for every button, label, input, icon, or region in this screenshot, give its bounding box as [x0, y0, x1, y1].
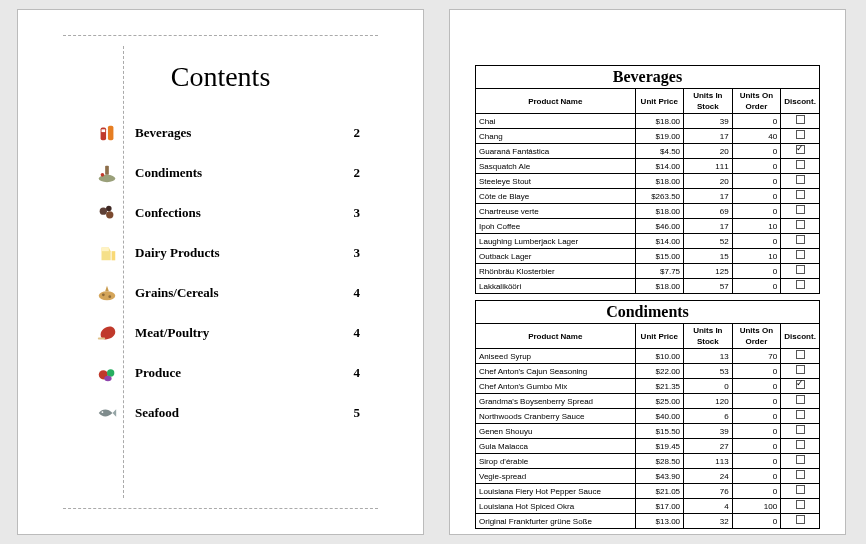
cell-name: Sirop d'érable	[476, 454, 636, 469]
svg-point-5	[101, 173, 105, 177]
dairy-icon	[93, 241, 121, 265]
table-row: Steeleye Stout$18.00200	[476, 174, 820, 189]
svg-rect-1	[108, 126, 114, 141]
toc-label: Dairy Products	[135, 245, 220, 261]
cell-order: 100	[732, 499, 781, 514]
checkbox-icon	[796, 440, 805, 449]
svg-point-10	[99, 291, 116, 300]
svg-rect-4	[105, 166, 109, 175]
cell-order: 0	[732, 279, 781, 294]
svg-rect-9	[112, 251, 116, 260]
toc-item-condiments[interactable]: Condiments2	[93, 153, 360, 193]
cell-order: 0	[732, 514, 781, 529]
toc-page: 5	[340, 405, 360, 421]
table-row: Chef Anton's Gumbo Mix$21.3500	[476, 379, 820, 394]
contents-list: Beverages2Condiments2Confections3Dairy P…	[93, 113, 360, 433]
cell-price: $10.00	[635, 349, 684, 364]
col-stock: Units In Stock	[684, 324, 733, 349]
seafood-icon	[93, 401, 121, 425]
cell-price: $19.00	[635, 129, 684, 144]
beverages-icon	[93, 121, 121, 145]
svg-point-15	[107, 369, 114, 376]
toc-page: 2	[340, 125, 360, 141]
cell-stock: 6	[684, 409, 733, 424]
cell-disc	[781, 394, 820, 409]
cell-disc	[781, 129, 820, 144]
table-row: Chartreuse verte$18.00690	[476, 204, 820, 219]
toc-item-dairy[interactable]: Dairy Products3	[93, 233, 360, 273]
checkbox-icon	[796, 485, 805, 494]
cell-price: $28.50	[635, 454, 684, 469]
cell-price: $40.00	[635, 409, 684, 424]
cell-order: 0	[732, 409, 781, 424]
cell-name: Laughing Lumberjack Lager	[476, 234, 636, 249]
cell-price: $18.00	[635, 174, 684, 189]
cell-order: 40	[732, 129, 781, 144]
cell-price: $21.35	[635, 379, 684, 394]
cell-stock: 13	[684, 349, 733, 364]
cell-stock: 0	[684, 379, 733, 394]
checkbox-icon	[796, 205, 805, 214]
cell-order: 0	[732, 484, 781, 499]
cell-name: Aniseed Syrup	[476, 349, 636, 364]
svg-point-7	[106, 211, 113, 218]
cell-order: 0	[732, 159, 781, 174]
cell-stock: 69	[684, 204, 733, 219]
cell-name: Louisiana Hot Spiced Okra	[476, 499, 636, 514]
cell-price: $4.50	[635, 144, 684, 159]
checkbox-icon	[796, 280, 805, 289]
cell-disc	[781, 174, 820, 189]
toc-item-beverages[interactable]: Beverages2	[93, 113, 360, 153]
table-row: Northwoods Cranberry Sauce$40.0060	[476, 409, 820, 424]
toc-item-produce[interactable]: Produce4	[93, 353, 360, 393]
table-row: Vegie-spread$43.90240	[476, 469, 820, 484]
cell-stock: 20	[684, 144, 733, 159]
cell-price: $18.00	[635, 204, 684, 219]
cell-price: $13.00	[635, 514, 684, 529]
cell-price: $46.00	[635, 219, 684, 234]
cell-disc	[781, 189, 820, 204]
cell-order: 70	[732, 349, 781, 364]
toc-label: Grains/Cereals	[135, 285, 219, 301]
cell-order: 0	[732, 439, 781, 454]
cell-stock: 32	[684, 514, 733, 529]
table-row: Côte de Blaye$263.50170	[476, 189, 820, 204]
checkbox-icon	[796, 220, 805, 229]
svg-rect-2	[102, 129, 106, 132]
condiments-icon	[93, 161, 121, 185]
product-listing: BeveragesProduct NameUnit PriceUnits In …	[475, 65, 820, 529]
cell-disc	[781, 159, 820, 174]
cell-stock: 17	[684, 189, 733, 204]
toc-page: 3	[340, 245, 360, 261]
cell-stock: 39	[684, 424, 733, 439]
col-price: Unit Price	[635, 89, 684, 114]
cell-price: $15.50	[635, 424, 684, 439]
table-row: Louisiana Fiery Hot Pepper Sauce$21.0576…	[476, 484, 820, 499]
cell-order: 0	[732, 234, 781, 249]
cell-order: 10	[732, 249, 781, 264]
checkbox-icon	[796, 175, 805, 184]
cell-name: Chef Anton's Cajun Seasoning	[476, 364, 636, 379]
toc-item-meat[interactable]: Meat/Poultry4	[93, 313, 360, 353]
checkbox-icon	[796, 365, 805, 374]
grains-icon	[93, 281, 121, 305]
checkbox-icon	[796, 500, 805, 509]
cell-disc	[781, 264, 820, 279]
cell-price: $19.45	[635, 439, 684, 454]
cell-price: $18.00	[635, 279, 684, 294]
cell-order: 0	[732, 144, 781, 159]
toc-item-seafood[interactable]: Seafood5	[93, 393, 360, 433]
checkbox-icon	[796, 145, 805, 154]
cell-order: 0	[732, 204, 781, 219]
svg-point-11	[102, 293, 105, 296]
cell-name: Chai	[476, 114, 636, 129]
cell-stock: 111	[684, 159, 733, 174]
col-name: Product Name	[476, 89, 636, 114]
toc-item-confections[interactable]: Confections3	[93, 193, 360, 233]
cell-name: Vegie-spread	[476, 469, 636, 484]
cell-disc	[781, 469, 820, 484]
document-canvas: Contents Beverages2Condiments2Confection…	[0, 0, 866, 544]
cell-stock: 4	[684, 499, 733, 514]
toc-item-grains[interactable]: Grains/Cereals4	[93, 273, 360, 313]
svg-point-16	[104, 376, 111, 382]
